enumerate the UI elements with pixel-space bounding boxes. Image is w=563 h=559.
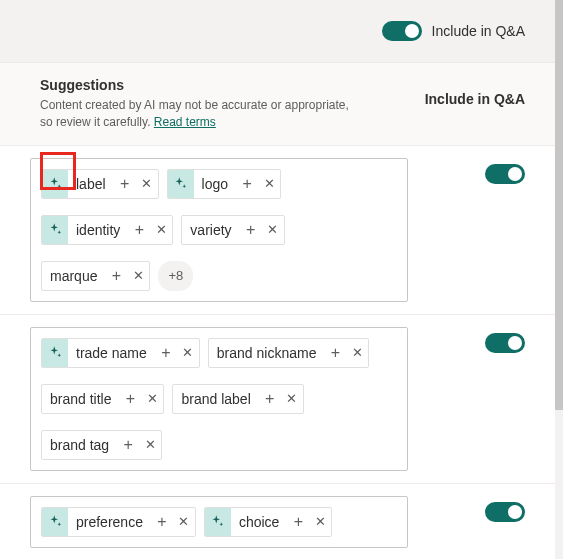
add-icon[interactable]: +	[128, 216, 150, 244]
include-qa-column-label: Include in Q&A	[425, 77, 525, 107]
add-icon[interactable]: +	[117, 431, 139, 459]
suggestion-group: label+✕logo+✕identity+✕variety+✕marque+✕…	[0, 146, 555, 315]
close-icon[interactable]: ✕	[150, 216, 172, 244]
close-icon[interactable]: ✕	[141, 385, 163, 413]
close-icon[interactable]: ✕	[281, 385, 303, 413]
suggestion-tag: choice+✕	[204, 507, 332, 537]
sparkle-icon	[42, 170, 68, 198]
tag-label: label	[68, 176, 114, 192]
close-icon[interactable]: ✕	[346, 339, 368, 367]
close-icon[interactable]: ✕	[127, 262, 149, 290]
add-icon[interactable]: +	[155, 339, 177, 367]
tag-box: label+✕logo+✕identity+✕variety+✕marque+✕…	[30, 158, 408, 302]
sparkle-icon	[42, 339, 68, 367]
tag-box: trade name+✕brand nickname+✕brand title+…	[30, 327, 408, 471]
suggestion-group: preference+✕choice+✕	[0, 484, 555, 559]
tag-label: marque	[42, 268, 105, 284]
close-icon[interactable]: ✕	[258, 170, 280, 198]
include-qa-global-toggle[interactable]	[382, 21, 422, 41]
add-icon[interactable]: +	[119, 385, 141, 413]
add-icon[interactable]: +	[287, 508, 309, 536]
read-terms-link[interactable]: Read terms	[154, 115, 216, 129]
suggestion-tag: brand title+✕	[41, 384, 164, 414]
scrollbar-thumb[interactable]	[555, 0, 563, 410]
add-icon[interactable]: +	[151, 508, 173, 536]
close-icon[interactable]: ✕	[136, 170, 158, 198]
suggestion-tag: brand nickname+✕	[208, 338, 370, 368]
add-icon[interactable]: +	[236, 170, 258, 198]
suggestion-tag: logo+✕	[167, 169, 281, 199]
sparkle-icon	[42, 216, 68, 244]
suggestion-tag: trade name+✕	[41, 338, 200, 368]
tag-label: identity	[68, 222, 128, 238]
toggle-column	[408, 158, 525, 184]
add-icon[interactable]: +	[114, 170, 136, 198]
top-bar: Include in Q&A	[0, 0, 555, 62]
tag-box: preference+✕choice+✕	[30, 496, 408, 548]
close-icon[interactable]: ✕	[309, 508, 331, 536]
suggestion-tag: preference+✕	[41, 507, 196, 537]
suggestions-title: Suggestions	[40, 77, 425, 93]
close-icon[interactable]: ✕	[139, 431, 161, 459]
sparkle-icon	[42, 508, 68, 536]
tag-label: brand title	[42, 391, 119, 407]
toggle-column	[408, 496, 525, 522]
include-qa-toggle[interactable]	[485, 164, 525, 184]
suggestion-tag: marque+✕	[41, 261, 150, 291]
suggestion-tag: brand label+✕	[172, 384, 303, 414]
suggestion-group: trade name+✕brand nickname+✕brand title+…	[0, 315, 555, 484]
close-icon[interactable]: ✕	[173, 508, 195, 536]
suggestions-header: Suggestions Content created by AI may no…	[0, 62, 555, 146]
sparkle-icon	[168, 170, 194, 198]
include-qa-toggle[interactable]	[485, 502, 525, 522]
suggestion-tag: label+✕	[41, 169, 159, 199]
suggestion-tag: brand tag+✕	[41, 430, 162, 460]
add-icon[interactable]: +	[105, 262, 127, 290]
tag-label: preference	[68, 514, 151, 530]
tag-label: brand label	[173, 391, 258, 407]
tag-label: choice	[231, 514, 287, 530]
add-icon[interactable]: +	[324, 339, 346, 367]
tag-label: variety	[182, 222, 239, 238]
suggestions-description: Content created by AI may not be accurat…	[40, 97, 360, 131]
add-icon[interactable]: +	[259, 385, 281, 413]
more-chip[interactable]: +8	[158, 261, 193, 291]
tag-label: logo	[194, 176, 236, 192]
sparkle-icon	[205, 508, 231, 536]
suggestion-tag: identity+✕	[41, 215, 173, 245]
add-icon[interactable]: +	[240, 216, 262, 244]
include-qa-global-label: Include in Q&A	[432, 23, 525, 39]
close-icon[interactable]: ✕	[262, 216, 284, 244]
toggle-column	[408, 327, 525, 353]
tag-label: trade name	[68, 345, 155, 361]
suggestion-tag: variety+✕	[181, 215, 284, 245]
include-qa-toggle[interactable]	[485, 333, 525, 353]
tag-label: brand nickname	[209, 345, 325, 361]
close-icon[interactable]: ✕	[177, 339, 199, 367]
tag-label: brand tag	[42, 437, 117, 453]
